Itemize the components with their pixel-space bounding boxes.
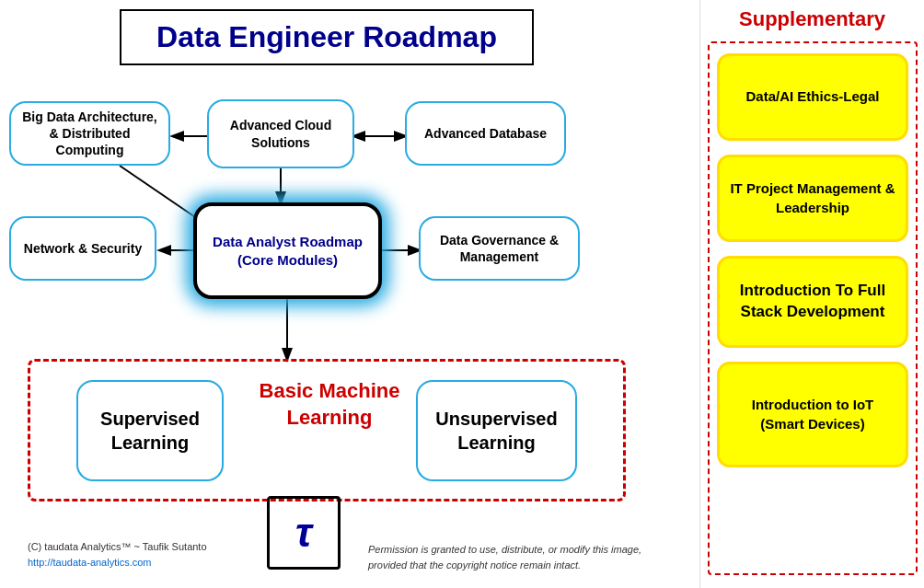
node-network: Network & Security (9, 216, 156, 281)
node-unsupervised: Unsupervised Learning (416, 380, 577, 481)
node-cloud: Advanced Cloud Solutions (207, 99, 354, 168)
supp-card-1: Data/AI Ethics-Legal (717, 53, 908, 141)
sidebar-title: Supplementary (700, 0, 924, 37)
supp-card-4: Introduction to IoT (Smart Devices) (717, 362, 908, 467)
footer-permission: Permission is granted to use, distribute… (368, 542, 663, 574)
ml-section: Supervised Learning Basic Machine Learni… (28, 359, 626, 502)
page-title: Data Engineer Roadmap (140, 20, 514, 54)
node-governance: Data Governance & Management (419, 216, 580, 281)
node-bigdata: Big Data Architecture, & Distributed Com… (9, 101, 170, 166)
supp-card-3: Introduction To Full Stack Development (717, 256, 908, 348)
ml-label: Basic Machine Learning (251, 378, 408, 431)
main-content: Data Engineer Roadmap Big Data Architect… (0, 0, 699, 588)
sidebar: Supplementary Data/AI Ethics-Legal IT Pr… (699, 0, 924, 588)
tau-logo-container: τ (267, 496, 350, 579)
footer-url[interactable]: http://taudata-analytics.com (28, 557, 152, 568)
footer-copyright: (C) taudata Analytics™ ~ Taufik Sutanto … (28, 539, 207, 570)
node-core: Data Analyst Roadmap (Core Modules) (193, 202, 382, 299)
tau-logo: τ (267, 496, 341, 570)
title-box: Data Engineer Roadmap (120, 9, 534, 65)
supp-card-2: IT Project Management & Leadership (717, 155, 908, 242)
node-supervised: Supervised Learning (76, 380, 224, 481)
node-database: Advanced Database (405, 101, 566, 166)
